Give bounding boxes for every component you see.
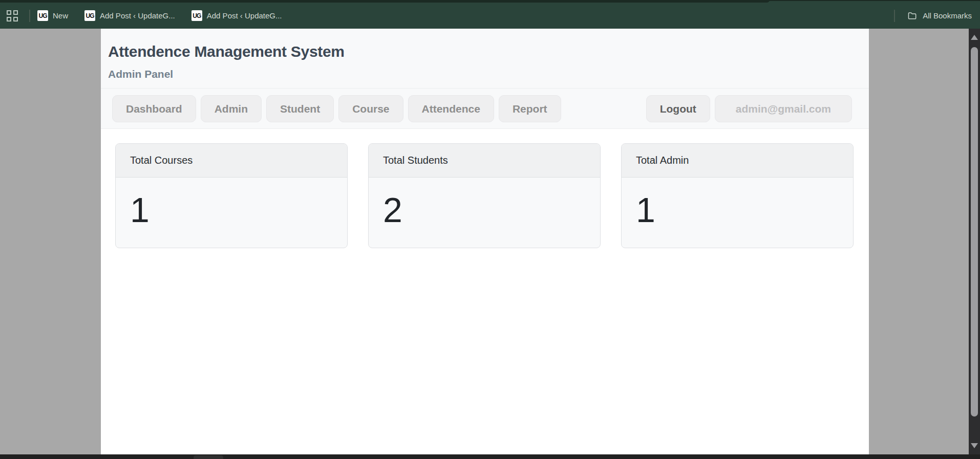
total-courses-value: 1 <box>130 193 333 227</box>
nav-button-student[interactable]: Student <box>266 95 334 122</box>
bar-divider <box>29 10 30 22</box>
card-body: 1 <box>622 178 853 248</box>
all-bookmarks-label: All Bookmarks <box>923 11 972 20</box>
page-subtitle: Admin Panel <box>108 68 862 81</box>
bookmark-label: Add Post ‹ UpdateG... <box>207 11 282 20</box>
total-admin-card: Total Admin 1 <box>621 143 854 248</box>
scrollbar-thumb[interactable] <box>971 47 978 417</box>
page-header: Attendence Management System Admin Panel <box>101 29 869 89</box>
taskbar-item-hint <box>194 455 223 459</box>
vertical-scrollbar <box>969 29 980 454</box>
card-title: Total Admin <box>622 144 853 178</box>
card-title: Total Courses <box>116 144 347 178</box>
user-email-badge[interactable]: admin@gmail.com <box>715 95 852 122</box>
scroll-up-arrow[interactable] <box>969 30 980 45</box>
bar-divider <box>894 10 895 22</box>
card-body: 1 <box>116 178 347 248</box>
folder-icon <box>907 11 918 21</box>
total-students-card: Total Students 2 <box>368 143 601 248</box>
card-title: Total Students <box>369 144 600 178</box>
total-admin-value: 1 <box>636 193 839 227</box>
nav-button-report[interactable]: Report <box>499 95 561 122</box>
updategadh-favicon-icon: UG <box>84 10 95 21</box>
nav-button-course[interactable]: Course <box>338 95 403 122</box>
stats-cards-row: Total Courses 1 Total Students 2 Total A… <box>101 129 869 248</box>
bookmark-label: Add Post ‹ UpdateG... <box>100 11 175 20</box>
bookmarks-bar: UG New UG Add Post ‹ UpdateG... UG Add P… <box>0 0 980 29</box>
grid-square <box>13 17 18 21</box>
browser-viewport: Attendence Management System Admin Panel… <box>0 29 980 454</box>
all-bookmarks-button[interactable]: All Bookmarks <box>907 11 972 21</box>
updategadh-favicon-icon: UG <box>37 10 48 21</box>
total-courses-card: Total Courses 1 <box>115 143 348 248</box>
bookmark-item-add-post-2[interactable]: UG Add Post ‹ UpdateG... <box>191 10 282 21</box>
card-body: 2 <box>369 178 600 248</box>
bookmark-label: New <box>53 11 68 20</box>
grid-square <box>7 17 11 21</box>
page-title: Attendence Management System <box>108 42 862 61</box>
apps-grid-icon[interactable] <box>7 10 18 21</box>
nav-button-admin[interactable]: Admin <box>201 95 262 122</box>
bookmark-item-new[interactable]: UG New <box>37 10 68 21</box>
taskbar-edge <box>0 454 980 459</box>
logout-button[interactable]: Logout <box>646 95 710 122</box>
grid-square <box>7 10 11 15</box>
nav-button-dashboard[interactable]: Dashboard <box>112 95 196 122</box>
scroll-down-arrow[interactable] <box>969 438 980 453</box>
bookmark-item-add-post-1[interactable]: UG Add Post ‹ UpdateG... <box>84 10 175 21</box>
updategadh-favicon-icon: UG <box>191 10 202 21</box>
total-students-value: 2 <box>383 193 586 227</box>
grid-square <box>13 10 18 15</box>
page-container: Attendence Management System Admin Panel… <box>101 29 869 454</box>
main-nav: Dashboard Admin Student Course Attendenc… <box>101 89 869 129</box>
nav-button-attendence[interactable]: Attendence <box>408 95 494 122</box>
